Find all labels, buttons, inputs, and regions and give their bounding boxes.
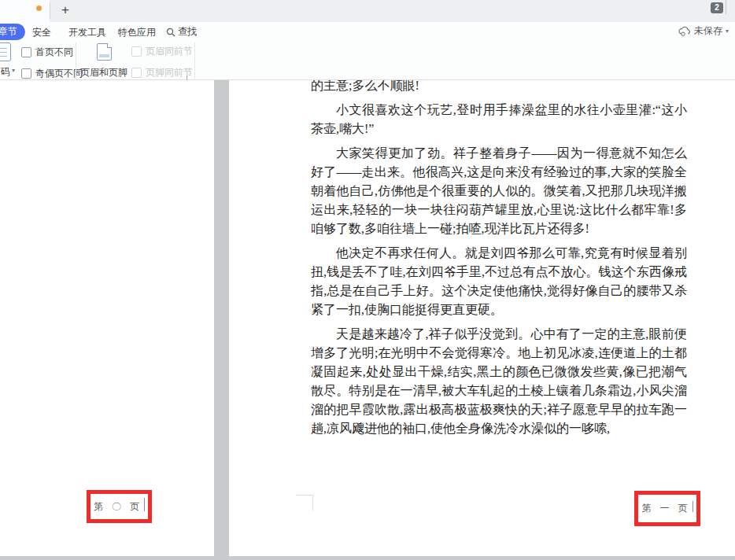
checkbox-label: 页眉同前节 xyxy=(146,45,193,58)
ribbon-group-divider xyxy=(194,42,195,82)
paragraph[interactable]: 天是越来越冷了,祥子似乎没觉到。心中有了一定的主意,眼前便增多了光明;在光明中不… xyxy=(311,325,687,438)
header-footer-label: 页眉和页脚 xyxy=(79,66,129,79)
tab-bar: + 2 xyxy=(0,0,735,22)
window-edge-divider xyxy=(726,0,726,14)
ribbon-tab-section-active[interactable]: 章节 xyxy=(0,24,25,40)
checkbox-box xyxy=(131,68,142,78)
chevron-down-icon[interactable]: ▾ xyxy=(12,67,15,74)
checkbox-box[interactable] xyxy=(21,68,31,79)
ribbon: 章节 安全 开发工具 特色应用 查找 码 ▾ 首页不同 奇偶页不同 页眉和页脚 … xyxy=(0,22,735,80)
footer-highlight-box-left: 第 〇 页 xyxy=(87,490,152,523)
paragraph[interactable]: 的主意;多么不顺眼! xyxy=(311,80,687,95)
margin-corner-mark xyxy=(296,495,313,496)
checkbox-header-same-as-previous: 页眉同前节 xyxy=(131,45,193,58)
cloud-sync-icon xyxy=(678,26,691,36)
new-tab-button[interactable]: + xyxy=(55,1,76,20)
unsaved-dot-icon xyxy=(36,6,42,11)
page-number-button[interactable]: 码 xyxy=(1,65,10,79)
tab-divider xyxy=(50,2,50,19)
left-footer-text[interactable]: 第 〇 页 xyxy=(94,500,142,514)
body-text[interactable]: 的主意;多么不顺眼! 小文很喜欢这个玩艺,登时用手捧澡盆里的水往小壶里灌:“这小… xyxy=(311,80,687,444)
ribbon-tab-devtools[interactable]: 开发工具 xyxy=(68,26,106,39)
page-right[interactable]: 的主意;多么不顺眼! 小文很喜欢这个玩艺,登时用手捧澡盆里的水往小壶里灌:“这小… xyxy=(229,80,735,556)
right-footer-text[interactable]: 第 一 页 xyxy=(642,502,691,515)
text-cursor xyxy=(693,501,693,512)
page-left[interactable]: 第 〇 页 xyxy=(0,80,214,556)
ribbon-group-divider xyxy=(76,42,76,82)
checkbox-odd-even-different[interactable]: 奇偶页不同 xyxy=(21,67,83,80)
checkbox-label: 首页不同 xyxy=(35,46,73,59)
text-cursor xyxy=(144,498,145,511)
page-number-icon xyxy=(0,42,11,61)
find-button[interactable]: 查找 xyxy=(166,25,197,39)
tab-count-badge[interactable]: 2 xyxy=(711,2,723,13)
ribbon-tab-security[interactable]: 安全 xyxy=(32,26,51,39)
document-page-icon xyxy=(97,43,112,61)
paragraph[interactable]: 他决定不再求任何人。就是刘四爷那么可靠,究竟有时候显着别扭,钱是丢不了哇,在刘四… xyxy=(311,244,687,319)
header-footer-button[interactable]: 页眉和页脚 xyxy=(79,42,129,81)
paragraph[interactable]: 小文很喜欢这个玩艺,登时用手捧澡盆里的水往小壶里灌:“这小茶壶,嘴大!” xyxy=(311,101,687,138)
chevron-down-icon: ▾ xyxy=(726,28,729,35)
checkbox-first-page-different[interactable]: 首页不同 xyxy=(21,46,73,59)
checkbox-box[interactable] xyxy=(21,47,31,57)
ribbon-tab-features[interactable]: 特色应用 xyxy=(118,26,156,39)
margin-corner-mark xyxy=(312,495,313,510)
checkbox-box xyxy=(131,46,142,57)
document-canvas: 第 〇 页 的主意;多么不顺眼! 小文很喜欢这个玩艺,登时用手捧澡盆里的水往小壶… xyxy=(0,80,735,560)
save-status-button[interactable]: 未保存 ▾ xyxy=(678,24,729,38)
paragraph[interactable]: 大家笑得更加了劲。祥子整着身子——因为一得意就不知怎么好了——走出来。他很高兴,… xyxy=(311,144,687,238)
save-status-label: 未保存 xyxy=(694,24,722,38)
document-tab[interactable] xyxy=(0,0,50,22)
search-icon xyxy=(166,28,175,37)
footer-highlight-box-right: 第 一 页 xyxy=(634,491,700,526)
find-label: 查找 xyxy=(178,25,197,39)
